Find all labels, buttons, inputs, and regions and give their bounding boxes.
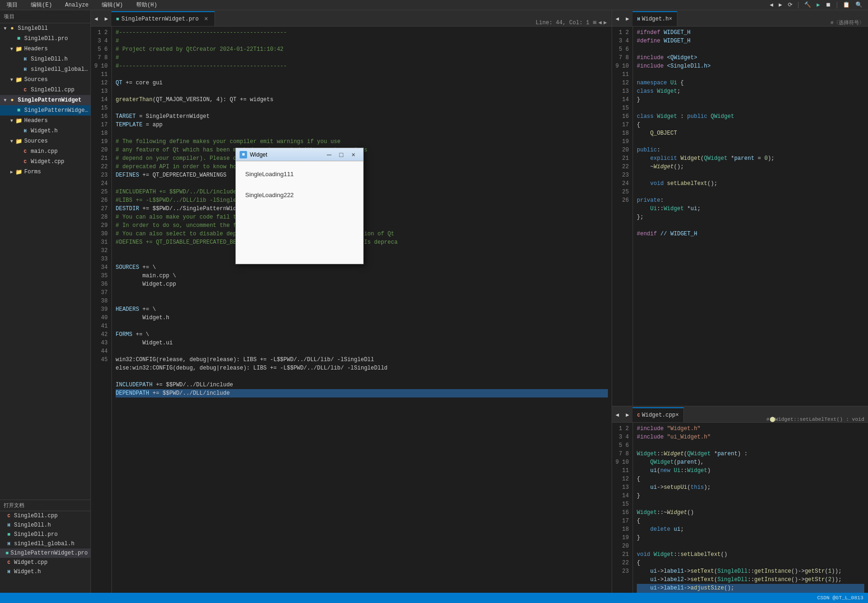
code-line: explicit Widget(QWidget *parent = 0); [637,154,864,163]
tree-label: SinglePatternWidget.pro [24,107,90,114]
open-file-singledll-cpp[interactable]: C SingleDll.cpp [0,511,90,521]
tab-close-btn[interactable]: × [669,16,672,22]
code-line [637,45,864,54]
tree-item-main-cpp[interactable]: C main.cpp [0,146,90,157]
left-panel: 项目 ▼ ● SingleDll ■ SingleDll.pro ▼ 📁 Hea… [0,10,91,593]
tree-item-widget-h[interactable]: H Widget.h [0,126,90,136]
header-icon: H [21,129,29,134]
file-name: Widget.h [14,569,41,575]
tree-label: Widget.h [31,128,58,134]
folder-icon: 📁 [15,117,22,124]
tab-label: SinglePatternWidget.pro [122,16,199,22]
cpp-icon: C [21,88,29,93]
center-editor: 1 2 3 4 5 6 7 8 9 10 11 12 13 14 15 16 1… [91,27,612,593]
code-line [637,542,864,550]
pro-icon: ■ [15,35,22,42]
code-line: ~Widget(); [637,163,864,171]
breadcrumb-symbol: 〈选择符号〉 [834,19,864,26]
right-bottom-editor-content: 1 2 3 4 5 6 7 8 9 10 11 12 13 14 15 16 1… [612,423,868,593]
tree-item-singledll[interactable]: ▼ ● SingleDll [0,23,90,34]
right-top-editor: ◀ ▶ H Widget.h × # 〈选择符号〉 1 2 3 4 5 6 7 … [612,10,868,406]
tree-item-headers1[interactable]: ▼ 📁 Headers [0,44,90,54]
tab-nav-left[interactable]: ◀ [91,11,101,26]
tree-item-forms[interactable]: ▶ 📁 Forms [0,167,90,177]
menu-window[interactable]: 编辑(W) [99,0,126,10]
menu-help[interactable]: 帮助(H) [133,0,160,10]
tree-label: Sources [24,138,48,144]
code-line: TARGET = SinglePatternWidget [116,112,608,121]
tree-item-widget-cpp[interactable]: C Widget.cpp [0,157,90,167]
tab-widget-cpp[interactable]: C Widget.cpp × [633,407,684,422]
tree-label: SingleDll.pro [24,35,68,42]
menu-project[interactable]: 项目 [4,0,21,10]
code-line [637,238,864,247]
menu-edit[interactable]: 编辑(E) [28,0,55,10]
code-line: }; [637,213,864,221]
tab-nav-left-right[interactable]: ◀ [612,11,622,26]
tree-item-singlepatternwidget[interactable]: ▼ ● SinglePatternWidget [0,95,90,105]
code-line: #---------------------------------------… [116,62,608,70]
code-line: ui(new Ui::Widget) [637,466,864,475]
file-name: SingleDll.pro [14,531,58,538]
open-file-singledll-pro[interactable]: ■ SingleDll.pro [0,530,90,539]
code-line: void setLabelText(); [637,179,864,188]
code-line: #include "ui_Widget.h" [637,433,864,441]
code-content[interactable]: #---------------------------------------… [112,27,612,593]
pro-icon: ■ [116,16,119,22]
tab-widget-h[interactable]: H Widget.h × [633,11,677,26]
tree-item-singlepatternwidget-pro[interactable]: ■ SinglePatternWidget.pro [0,105,90,116]
code-line: #define WIDGET_H [637,37,864,45]
tree-item-singledll-pro[interactable]: ■ SingleDll.pro [0,34,90,44]
code-content-right-top[interactable]: #ifndef WIDGET_H #define WIDGET_H #inclu… [633,27,868,406]
tab-nav-right-right[interactable]: ▶ [622,11,633,26]
tree-label: SingleDll.cpp [31,87,75,93]
dialog-maximize-btn[interactable]: □ [335,150,347,159]
code-line [116,322,608,330]
tab-nav-left-right-bottom[interactable]: ◀ [612,407,622,422]
dialog-minimize-btn[interactable]: ─ [323,150,335,159]
open-file-widget-cpp[interactable]: C Widget.cpp [0,558,90,567]
tree-item-sources1[interactable]: ▼ 📁 Sources [0,75,90,85]
widget-dialog: ■ Widget ─ □ × SingleLoading111 SingleLo… [235,148,364,264]
header-icon: H [6,541,12,547]
tab-close-btn[interactable]: × [202,15,210,23]
tree-item-singledll-cpp[interactable]: C SingleDll.cpp [0,85,90,95]
code-line: TEMPLATE = app [116,121,608,129]
open-file-singledll-global-h[interactable]: H singledll_global.h [0,539,90,548]
code-line: DEPENDPATH += $$PWD/../DLL/include [116,389,608,397]
code-line: #---------------------------------------… [116,28,608,37]
tree-item-headers2[interactable]: ▼ 📁 Headers [0,116,90,126]
code-content-right-bottom[interactable]: #include "Widget.h" #include "ui_Widget.… [633,423,868,593]
code-line: Widget.ui [116,339,608,347]
menu-analyze[interactable]: Analyze [62,1,91,9]
open-file-singlepatternwidget-pro[interactable]: ■ SinglePatternWidget.pro [0,548,90,558]
open-file-widget-h[interactable]: H Widget.h [0,567,90,576]
tree-label: Headers [24,117,48,124]
tree-arrow: ▼ [8,139,15,144]
code-line: ui->label2->setText(SingleDll::getInstan… [637,576,864,584]
code-line: greaterThan(QT_MAJOR_VERSION, 4): QT += … [116,96,608,104]
tree-item-singledll-h[interactable]: H SingleDll.h [0,54,90,64]
tree-label: SinglePatternWidget [18,97,82,103]
folder-icon: 📁 [15,169,22,176]
open-file-singledll-h[interactable]: H SingleDll.h [0,521,90,530]
code-line: public: [637,146,864,154]
tab-close-btn[interactable]: × [675,412,679,418]
dialog-close-btn[interactable]: × [347,150,359,159]
tree-label: SingleDll [18,25,48,32]
code-line: ui->label1->setText(SingleDll::getInstan… [637,567,864,576]
tree-item-singledll-global-h[interactable]: H singledll_global.h [0,64,90,75]
code-line: Q_OBJECT [637,129,864,137]
code-line [116,288,608,297]
code-line [116,347,608,356]
tree-item-sources2[interactable]: ▼ 📁 Sources [0,136,90,146]
tab-nav-right[interactable]: ▶ [101,11,111,26]
code-line: SOURCES += \ [116,263,608,272]
dialog-content: SingleLoading111 SingleLoading222 [236,161,363,264]
tab-nav-right-right-bottom[interactable]: ▶ [622,407,633,422]
tab-label: Widget.cpp [642,412,675,418]
code-line [116,87,608,96]
tab-singlepatternwidget-pro[interactable]: ■ SinglePatternWidget.pro × [111,11,215,26]
code-line: private: [637,196,864,205]
code-line: # [116,37,608,45]
